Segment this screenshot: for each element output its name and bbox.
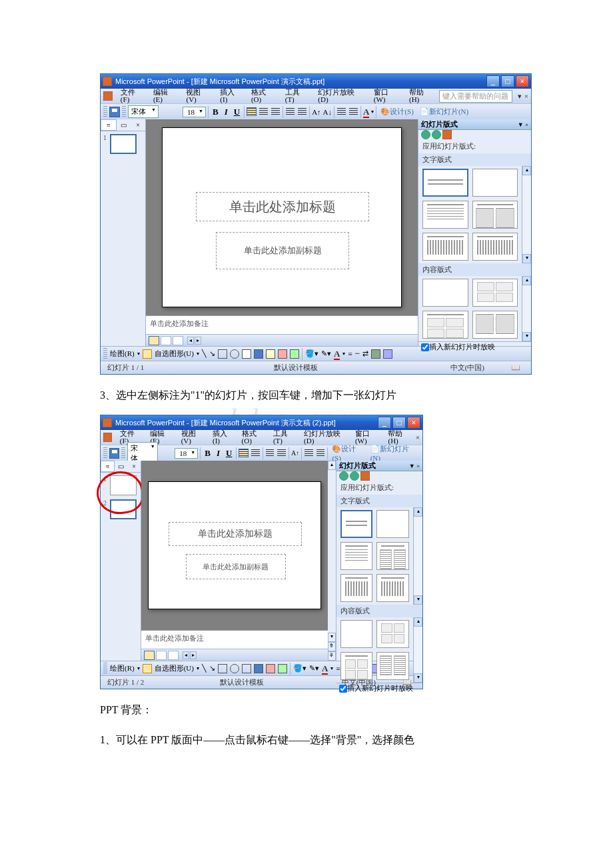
layout-vertical-bars-2[interactable] bbox=[472, 233, 518, 261]
align-center-button[interactable] bbox=[259, 107, 269, 116]
scroll-up-icon[interactable]: ▴ bbox=[328, 461, 336, 470]
scroll-right-icon[interactable]: ▸ bbox=[190, 651, 197, 659]
numbered-list-button[interactable] bbox=[285, 107, 295, 116]
text-color-icon[interactable]: A bbox=[322, 663, 328, 674]
scroll-left-icon[interactable]: ◂ bbox=[187, 337, 194, 345]
italic-button[interactable]: I bbox=[215, 448, 222, 459]
layout-vertical-bars[interactable] bbox=[422, 233, 468, 261]
dropdown-icon[interactable]: ▾ bbox=[371, 109, 374, 115]
pane-close-icon[interactable]: × bbox=[131, 119, 145, 131]
menu-edit[interactable]: 编辑(E) bbox=[149, 87, 181, 105]
textbox-tool-icon[interactable] bbox=[242, 664, 251, 673]
layout-content-3[interactable] bbox=[340, 652, 373, 680]
increase-indent-button[interactable] bbox=[348, 107, 358, 116]
design-button[interactable]: 🎨设计(S) bbox=[378, 107, 415, 117]
text-color-icon[interactable]: A bbox=[334, 349, 340, 359]
3d-icon[interactable] bbox=[383, 349, 392, 359]
layout-two-col[interactable] bbox=[376, 542, 409, 570]
slide-canvas[interactable]: 单击此处添加标题 单击此处添加副标题 bbox=[162, 127, 402, 307]
subtitle-placeholder[interactable]: 单击此处添加副标题 bbox=[186, 554, 286, 579]
align-left-button[interactable] bbox=[247, 107, 257, 116]
scroll-down-icon[interactable]: ▾ bbox=[328, 633, 336, 642]
menu-slideshow[interactable]: 幻灯片放映(D) bbox=[314, 87, 368, 105]
line-style-icon[interactable]: ≡ bbox=[336, 665, 340, 673]
layout-scrollbar[interactable]: ▴▾ bbox=[522, 166, 531, 263]
menu-file[interactable]: 文件(F) bbox=[117, 87, 148, 105]
outline-tab[interactable]: ≡ bbox=[101, 119, 117, 131]
diagram-tool-icon[interactable] bbox=[266, 349, 275, 359]
increase-indent-button[interactable] bbox=[316, 449, 326, 457]
align-left-button[interactable] bbox=[239, 449, 249, 457]
maximize-button[interactable]: □ bbox=[392, 417, 406, 429]
minimize-button[interactable]: _ bbox=[486, 75, 500, 87]
picture-tool-icon[interactable] bbox=[290, 349, 299, 359]
normal-view-button[interactable] bbox=[144, 651, 155, 660]
bold-button[interactable]: B bbox=[211, 107, 221, 117]
font-selector[interactable]: 宋体 bbox=[128, 105, 159, 118]
pane-close-icon[interactable]: × bbox=[128, 461, 141, 472]
thumbnail-2[interactable]: 2 bbox=[103, 499, 138, 519]
menu-tools[interactable]: 工具(T) bbox=[281, 87, 313, 105]
layout-scrollbar-2[interactable]: ▴▾ bbox=[413, 617, 422, 683]
thumbnail-1[interactable]: 1 bbox=[103, 134, 143, 154]
forward-icon[interactable] bbox=[432, 130, 441, 139]
line-tool-icon[interactable]: ╲ bbox=[202, 349, 207, 358]
textbox-tool-icon[interactable] bbox=[242, 349, 251, 359]
menu-insert[interactable]: 插入(I) bbox=[216, 87, 246, 105]
forward-icon[interactable] bbox=[350, 471, 359, 481]
design-button[interactable]: 🎨设计(S) bbox=[330, 444, 366, 462]
align-right-button[interactable] bbox=[271, 107, 281, 116]
scroll-right-icon[interactable]: ▸ bbox=[195, 337, 201, 345]
menu-format[interactable]: 格式(O) bbox=[238, 428, 268, 447]
close-button[interactable]: × bbox=[516, 75, 529, 87]
slideshow-view-button[interactable] bbox=[168, 651, 179, 660]
layout-vertical-bars[interactable] bbox=[340, 574, 373, 602]
taskpane-dropdown-icon[interactable]: ▼ × bbox=[409, 463, 420, 469]
new-slide-button[interactable]: 📄新幻灯片(N) bbox=[368, 444, 420, 462]
thumbnail-1[interactable]: 1 bbox=[103, 475, 138, 495]
select-arrow-icon[interactable] bbox=[143, 349, 152, 359]
line-tool-icon[interactable]: ╲ bbox=[202, 664, 207, 673]
layout-content-blank[interactable] bbox=[340, 620, 373, 648]
layout-bullets[interactable] bbox=[422, 201, 468, 229]
increase-font-button[interactable]: A↑ bbox=[312, 108, 320, 116]
home-icon[interactable] bbox=[442, 130, 452, 139]
font-size-selector[interactable]: 18 bbox=[183, 107, 206, 117]
slide-canvas[interactable]: 单击此处添加标题 单击此处添加副标题 bbox=[148, 481, 321, 609]
numbered-list-button[interactable] bbox=[277, 449, 287, 457]
menu-format[interactable]: 格式(O) bbox=[247, 87, 280, 105]
slides-tab[interactable]: ▭ bbox=[117, 119, 131, 131]
layout-blank[interactable] bbox=[472, 169, 518, 197]
line-color-icon[interactable]: ✎▾ bbox=[321, 349, 331, 358]
subtitle-placeholder[interactable]: 单击此处添加副标题 bbox=[216, 232, 349, 269]
select-arrow-icon[interactable] bbox=[143, 664, 152, 673]
draw-menu[interactable]: 绘图(R) bbox=[110, 663, 135, 673]
minimize-button[interactable]: _ bbox=[378, 417, 391, 429]
sorter-view-button[interactable] bbox=[156, 651, 167, 660]
underline-button[interactable]: U bbox=[232, 107, 242, 117]
save-button[interactable] bbox=[109, 107, 120, 117]
home-icon[interactable] bbox=[360, 471, 370, 481]
back-icon[interactable] bbox=[339, 471, 348, 481]
autoshapes-menu[interactable]: 自选图形(U) bbox=[155, 349, 194, 359]
sorter-view-button[interactable] bbox=[161, 336, 171, 345]
slideshow-view-button[interactable] bbox=[173, 336, 183, 345]
help-search[interactable]: 键入需要帮助的问题 bbox=[439, 90, 512, 103]
line-style-icon[interactable]: ≡ bbox=[348, 350, 352, 358]
doc-dropdown-icon[interactable]: ▾ bbox=[518, 92, 522, 101]
slides-tab[interactable]: ▭ bbox=[115, 461, 127, 472]
layout-two-col[interactable] bbox=[472, 201, 518, 229]
layout-bullets[interactable] bbox=[340, 542, 373, 570]
layout-content-3[interactable] bbox=[422, 311, 468, 339]
align-center-button[interactable] bbox=[251, 449, 261, 457]
bulleted-list-button[interactable] bbox=[297, 107, 307, 116]
notes-pane[interactable]: 单击此处添加备注 bbox=[141, 630, 328, 649]
menu-view[interactable]: 视图(V) bbox=[182, 87, 215, 105]
doc-close-icon[interactable]: × bbox=[524, 92, 528, 101]
layout-content-icons[interactable] bbox=[472, 279, 518, 307]
menu-insert[interactable]: 插入(I) bbox=[209, 428, 237, 447]
layout-content-icons[interactable] bbox=[376, 620, 409, 648]
line-color-icon[interactable]: ✎▾ bbox=[309, 664, 319, 673]
rectangle-tool-icon[interactable] bbox=[218, 664, 227, 673]
layout-content-blank[interactable] bbox=[422, 279, 468, 307]
